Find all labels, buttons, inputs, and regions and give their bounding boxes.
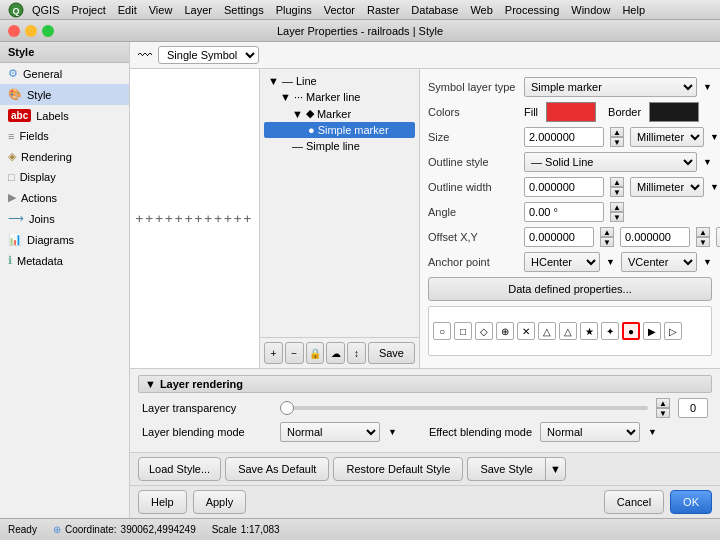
save-button[interactable]: Save: [368, 342, 415, 364]
angle-input[interactable]: [524, 202, 604, 222]
menu-database[interactable]: Database: [411, 4, 458, 16]
fill-color-button[interactable]: [546, 102, 596, 122]
outline-width-spin-down[interactable]: ▼: [610, 187, 624, 197]
sym-cross-circle[interactable]: ⊕: [496, 322, 514, 340]
coordinate-display: ⊕ Coordinate: 390062,4994249: [53, 524, 196, 535]
blending-dropdown-icon: ▼: [388, 427, 397, 437]
menu-view[interactable]: View: [149, 4, 173, 16]
tree-lock-button[interactable]: 🔒: [306, 342, 325, 364]
transparency-slider[interactable]: [280, 406, 648, 410]
angle-spin-up[interactable]: ▲: [610, 202, 624, 212]
sidebar-item-style[interactable]: 🎨 Style: [0, 84, 129, 105]
offset-unit-select[interactable]: Millimeter: [716, 227, 720, 247]
sym-diamond[interactable]: ◇: [475, 322, 493, 340]
sidebar-item-joins[interactable]: ⟶ Joins: [0, 208, 129, 229]
save-style-button[interactable]: Save Style: [467, 457, 545, 481]
menu-project[interactable]: Project: [72, 4, 106, 16]
tree-item-markerline[interactable]: ▼ ··· Marker line: [264, 89, 415, 105]
tree-move-button[interactable]: ↕: [347, 342, 366, 364]
transparency-spin-down[interactable]: ▼: [656, 408, 670, 418]
menu-settings[interactable]: Settings: [224, 4, 264, 16]
size-unit-select[interactable]: Millimeter: [630, 127, 704, 147]
menu-vector[interactable]: Vector: [324, 4, 355, 16]
offset-y-spin-down[interactable]: ▼: [696, 237, 710, 247]
offset-x-spin-down[interactable]: ▼: [600, 237, 614, 247]
sidebar-item-general[interactable]: ⚙ General: [0, 63, 129, 84]
sidebar-item-fields[interactable]: ≡ Fields: [0, 126, 129, 146]
apply-button[interactable]: Apply: [193, 490, 247, 514]
tree-item-marker[interactable]: ▼ ◆ Marker: [264, 105, 415, 122]
offset-y-spin-up[interactable]: ▲: [696, 227, 710, 237]
sym-x[interactable]: ✕: [517, 322, 535, 340]
outline-width-input[interactable]: [524, 177, 604, 197]
menu-window[interactable]: Window: [571, 4, 610, 16]
outline-width-spin-up[interactable]: ▲: [610, 177, 624, 187]
border-color-button[interactable]: [649, 102, 699, 122]
maximize-button[interactable]: [42, 25, 54, 37]
offset-y-input[interactable]: [620, 227, 690, 247]
sidebar-item-metadata[interactable]: ℹ Metadata: [0, 250, 129, 271]
outline-width-unit-select[interactable]: Millimeter: [630, 177, 704, 197]
sym-triangle2[interactable]: △: [559, 322, 577, 340]
sidebar-item-labels[interactable]: abc Labels: [0, 105, 129, 126]
offset-x-input[interactable]: [524, 227, 594, 247]
menu-raster[interactable]: Raster: [367, 4, 399, 16]
symbol-canvas: [685, 311, 707, 351]
sidebar-item-diagrams[interactable]: 📊 Diagrams: [0, 229, 129, 250]
close-button[interactable]: [8, 25, 20, 37]
actions-icon: ▶: [8, 191, 16, 204]
tree-item-simple-marker[interactable]: ● Simple marker: [264, 122, 415, 138]
load-style-button[interactable]: Load Style...: [138, 457, 221, 481]
menu-processing[interactable]: Processing: [505, 4, 559, 16]
menu-edit[interactable]: Edit: [118, 4, 137, 16]
size-spin-up[interactable]: ▲: [610, 127, 624, 137]
ok-button[interactable]: OK: [670, 490, 712, 514]
cancel-button[interactable]: Cancel: [604, 490, 664, 514]
tree-item-line[interactable]: ▼ — Line: [264, 73, 415, 89]
symbol-layer-type-select[interactable]: Simple marker: [524, 77, 697, 97]
symbol-type-select[interactable]: Single Symbol: [158, 46, 259, 64]
sym-square[interactable]: □: [454, 322, 472, 340]
sym-circle[interactable]: ○: [433, 322, 451, 340]
help-button[interactable]: Help: [138, 490, 187, 514]
sym-arrow-right[interactable]: ▶: [643, 322, 661, 340]
data-defined-button[interactable]: Data defined properties...: [428, 277, 712, 301]
effect-blending-select[interactable]: Normal: [540, 422, 640, 442]
menu-plugins[interactable]: Plugins: [276, 4, 312, 16]
sym-arrow-right-open[interactable]: ▷: [664, 322, 682, 340]
menu-help[interactable]: Help: [622, 4, 645, 16]
main-window: Style ⚙ General 🎨 Style abc Labels ≡ Fie…: [0, 42, 720, 518]
anchor-h-dropdown-icon: ▼: [606, 257, 615, 267]
menu-web[interactable]: Web: [470, 4, 492, 16]
anchor-v-select[interactable]: VCenter: [621, 252, 697, 272]
sidebar-item-rendering[interactable]: ◈ Rendering: [0, 146, 129, 167]
offset-x-spin-up[interactable]: ▲: [600, 227, 614, 237]
menu-layer[interactable]: Layer: [184, 4, 212, 16]
save-as-default-button[interactable]: Save As Default: [225, 457, 329, 481]
layer-rendering-title[interactable]: ▼ Layer rendering: [138, 375, 712, 393]
outline-style-select[interactable]: — Solid Line: [524, 152, 697, 172]
minimize-button[interactable]: [25, 25, 37, 37]
sym-star4[interactable]: ✦: [601, 322, 619, 340]
save-style-dropdown[interactable]: ▼: [545, 457, 566, 481]
restore-default-button[interactable]: Restore Default Style: [333, 457, 463, 481]
sidebar-item-actions[interactable]: ▶ Actions: [0, 187, 129, 208]
sym-triangle[interactable]: △: [538, 322, 556, 340]
size-spin-down[interactable]: ▼: [610, 137, 624, 147]
anchor-h-select[interactable]: HCenter: [524, 252, 600, 272]
tree-item-simple-line[interactable]: — Simple line: [264, 138, 415, 154]
sidebar-item-display[interactable]: □ Display: [0, 167, 129, 187]
transparency-value-input[interactable]: [678, 398, 708, 418]
sym-star[interactable]: ★: [580, 322, 598, 340]
size-input[interactable]: [524, 127, 604, 147]
blending-mode-select[interactable]: Normal: [280, 422, 380, 442]
tree-cloud-button[interactable]: ☁: [326, 342, 345, 364]
tree-add-button[interactable]: +: [264, 342, 283, 364]
tree-remove-button[interactable]: −: [285, 342, 304, 364]
line-icon: —: [282, 75, 293, 87]
sym-filled-circle[interactable]: ●: [622, 322, 640, 340]
transparency-spin-up[interactable]: ▲: [656, 398, 670, 408]
angle-spin-down[interactable]: ▼: [610, 212, 624, 222]
menu-qgis[interactable]: QGIS: [32, 4, 60, 16]
offset-x-spinners: ▲ ▼: [600, 227, 614, 247]
